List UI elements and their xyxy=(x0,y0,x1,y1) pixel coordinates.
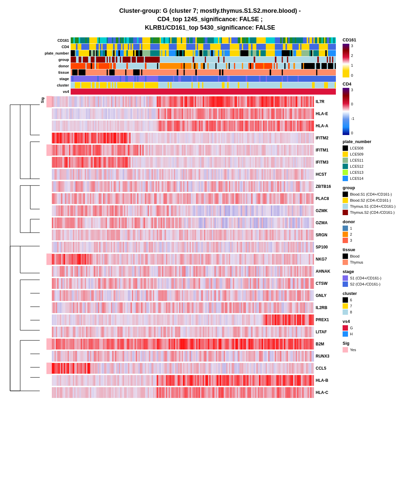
legend-item: Blood xyxy=(343,254,417,259)
legend-color-box xyxy=(343,145,348,151)
legend-color-box xyxy=(343,170,348,175)
sig-indicator-gzmk xyxy=(46,205,52,216)
ann-bar-label-cluster: cluster xyxy=(40,83,71,87)
heatmap-row: RUNX3 xyxy=(46,350,336,362)
heatmap-canvas-b2m xyxy=(52,339,314,349)
heatmap-canvas-litaf xyxy=(52,327,314,337)
heatmap-row: ZBTB16 xyxy=(46,180,336,193)
legend-item-label: LCE513 xyxy=(350,170,363,174)
ann-bar-vs4: vs4 xyxy=(40,89,336,95)
heatmap-canvas-ifitm1 xyxy=(52,145,314,156)
heatmap-canvas-ifitm2 xyxy=(52,133,314,143)
ann-bar-canvas-cd161 xyxy=(71,37,336,43)
gene-label-ifitm2: IFITM2 xyxy=(314,136,336,140)
heatmap-canvas-runx3 xyxy=(52,351,314,362)
sig-indicator-runx3 xyxy=(46,350,52,362)
heatmap-canvas-prex1 xyxy=(52,314,314,325)
legend-cd4: CD4 3 0 -1 0 xyxy=(343,81,417,135)
legend-donor: donor 123 xyxy=(343,219,417,243)
heatmap-canvas-plac8 xyxy=(52,193,314,204)
legend-item: LCE514 xyxy=(343,176,417,181)
legend-item-label: 2 xyxy=(350,232,352,236)
cd161-legend-title: CD161 xyxy=(343,37,417,42)
heatmap-canvas-gzma xyxy=(52,217,314,228)
gene-label-litaf: LITAF xyxy=(314,330,336,334)
gene-label-ifitm1: IFITM1 xyxy=(314,148,336,153)
legend-item: LCE509 xyxy=(343,152,417,157)
gene-label-ctsw: CTSW xyxy=(314,281,336,286)
ann-bar-canvas-group xyxy=(71,57,336,63)
legend-item: LCE508 xyxy=(343,145,417,151)
ann-bar-canvas-vs4 xyxy=(71,89,336,95)
gene-label-gzma: GZMA xyxy=(314,221,336,225)
heatmap-row: PREX1 xyxy=(46,314,336,326)
legend-item: G xyxy=(343,325,417,331)
legend-color-box xyxy=(343,309,348,315)
gene-label-nkg7: NKG7 xyxy=(314,257,336,262)
legend-group: group Blood.S1 (CD4+/CD161-)Blood.S2 (CD… xyxy=(343,185,417,215)
legend-item: 3 xyxy=(343,238,417,243)
sig-indicator-hcst xyxy=(46,169,52,180)
heatmap-row: LITAF xyxy=(46,326,336,338)
heatmap-row: CCL5 xyxy=(46,362,336,374)
heatmap-row: CTSW xyxy=(46,277,336,290)
cd161-mid1: 2 xyxy=(351,54,353,58)
legend-item: LCE512 xyxy=(343,164,417,169)
sig-indicator-gnly xyxy=(46,290,52,301)
ann-bar-canvas-plate_number xyxy=(71,50,336,56)
gene-label-hla-e: HLA-E xyxy=(314,111,336,116)
gene-label-il7r: IL7R xyxy=(314,99,336,104)
legend-color-box xyxy=(343,297,348,303)
legend-color-box xyxy=(343,210,348,215)
ann-bar-group: group xyxy=(40,57,336,63)
sig-indicator-prex1 xyxy=(46,314,52,326)
heatmap-canvas-srgn xyxy=(52,230,314,240)
heatmap-row: HLA-A xyxy=(46,120,336,132)
ann-bar-canvas-stage xyxy=(71,76,336,82)
heatmap-canvas-hla-c xyxy=(52,387,314,398)
legend-color-box xyxy=(343,164,348,169)
ann-bar-canvas-tissue xyxy=(71,69,336,75)
sig-indicator-hla-e xyxy=(46,108,52,120)
legend-item-label: Thymus.S2 (CD4-/CD161-) xyxy=(350,210,395,214)
group-legend-title: group xyxy=(343,185,417,190)
legend-area: CD161 3 2 1 0 CD4 3 xyxy=(336,37,417,357)
legend-item: H xyxy=(343,331,417,337)
legend-item: S2 (CD4-/CD161-) xyxy=(343,281,417,287)
legend-item: Thymus.S2 (CD4-/CD161-) xyxy=(343,210,417,215)
ann-bar-canvas-cd4 xyxy=(71,44,336,50)
chart-area: CD161CD4plate_numbergroupdonortissuestag… xyxy=(3,37,417,408)
ann-bar-label-group: group xyxy=(40,58,71,62)
legend-item-label: Thymus xyxy=(350,260,363,264)
gene-label-hcst: HCST xyxy=(314,172,336,177)
ann-bar-label-donor: donor xyxy=(40,64,71,68)
legend-item-label: Yes xyxy=(350,348,356,352)
sig-indicator-litaf xyxy=(46,326,52,338)
legend-item-label: 6 xyxy=(350,298,352,302)
sig-indicator-sp100 xyxy=(46,241,52,253)
legend-color-box xyxy=(343,281,348,287)
heatmap-canvas-hla-e xyxy=(52,108,314,119)
legend-item-label: 1 xyxy=(350,226,352,230)
legend-item: Thymus.S1 (CD4+/CD161-) xyxy=(343,204,417,209)
sig-indicator-ifitm1 xyxy=(46,144,52,156)
legend-cluster: cluster 678 xyxy=(343,291,417,315)
legend-item: 8 xyxy=(343,309,417,315)
legend-cd161: CD161 3 2 1 0 xyxy=(343,37,417,77)
heatmap-section: CD161CD4plate_numbergroupdonortissuestag… xyxy=(40,37,336,399)
legend-plate: plate_number LCE508LCE509LCE511LCE512LCE… xyxy=(343,139,417,181)
cd161-min: 0 xyxy=(351,73,353,77)
ann-bar-canvas-cluster xyxy=(71,82,336,88)
legend-item-label: LCE514 xyxy=(350,176,363,180)
heatmap-canvas-ccl5 xyxy=(52,363,314,374)
ann-bar-plate_number: plate_number xyxy=(40,50,336,56)
gene-label-hla-c: HLA-C xyxy=(314,390,336,395)
legend-color-box xyxy=(343,226,348,231)
legend-item-label: Blood.S2 (CD4-/CD161-) xyxy=(350,198,391,202)
legend-item-label: LCE508 xyxy=(350,146,363,150)
stage-legend-title: stage xyxy=(343,269,417,274)
sig-indicator-ccl5 xyxy=(46,363,52,374)
gene-label-prex1: PREX1 xyxy=(314,317,336,322)
heatmap-canvas-nkg7 xyxy=(52,254,314,265)
legend-color-box xyxy=(343,152,348,157)
